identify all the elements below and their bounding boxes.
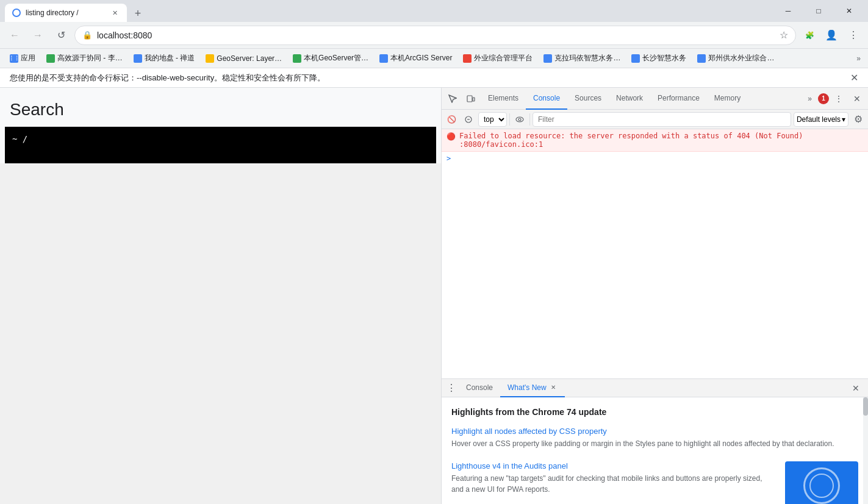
console-error-message: 🔴 Failed to load resource: the server re… [442,129,868,152]
toolbar-right-buttons: 🧩 👤 ⋮ [800,26,863,45]
bookmark-kelama[interactable]: 克拉玛依智慧水务… [539,52,625,65]
kelama-icon [543,54,552,63]
devtools-close-button[interactable]: ✕ [848,90,866,107]
bottom-tab-whatsnew[interactable]: What's New ✕ [500,379,565,397]
devtools-select-element-button[interactable] [444,90,461,107]
whatsnew-item-lighthouse: Lighthouse v4 in the Audits panel Featur… [451,461,858,504]
whatsnew-css-desc: Hover over a CSS property like padding o… [451,438,858,449]
bottom-tabs-more-button[interactable]: ⋮ [447,382,456,394]
scrollbar-thumb[interactable] [863,397,868,416]
tab-favicon [12,9,21,17]
arcgis-icon [379,54,388,63]
thumb-circle-outer [803,467,840,504]
bookmark-geoserver-local[interactable]: 本机GeoServer管… [288,52,373,65]
error-count-badge: 1 [818,93,829,104]
chrome-window: listing directory / ✕ + ─ □ ✕ ← → ↺ 🔒 lo… [0,0,868,504]
bookmarks-more-button[interactable]: » [854,53,863,64]
minimize-button[interactable]: ─ [774,1,802,21]
bottom-tab-console[interactable]: Console [459,379,500,397]
tab-console[interactable]: Console [526,88,567,110]
bottom-tab-close-button[interactable]: ✕ [549,383,558,392]
maximize-button[interactable]: □ [805,1,833,21]
close-button[interactable]: ✕ [835,1,863,21]
tab-network[interactable]: Network [609,88,650,110]
bottom-panel-close-button[interactable]: ✕ [848,381,863,396]
whatsnew-lighthouse-title: Lighthouse v4 in the Audits panel [451,461,775,470]
changsha-icon [631,54,640,63]
tab-sources[interactable]: Sources [567,88,609,110]
window-controls: ─ □ ✕ [774,1,863,21]
console-levels-dropdown[interactable]: Default levels ▾ [794,112,848,127]
bookmark-apps[interactable]: ⋮⋮ 应用 [5,52,40,65]
reload-button[interactable]: ↺ [51,26,71,45]
tab-elements[interactable]: Elements [481,88,526,110]
bookmark-gaoyuan[interactable]: 高效源于协同 - 李… [41,52,127,65]
whatsnew-css-text: Highlight all nodes affected by CSS prop… [451,427,858,449]
bookmark-apps-label: 应用 [21,53,35,63]
page-empty-area [0,163,441,504]
devtools-panel: Elements Console Sources Network Perform… [441,88,868,504]
back-button[interactable]: ← [5,26,24,45]
bookmark-arcgis[interactable]: 本机ArcGIS Server [375,52,457,65]
tab-title: listing directory / [26,9,105,17]
profile-button[interactable]: 👤 [822,26,841,45]
address-text: localhost:8080 [97,30,775,40]
waibu-icon [463,54,472,63]
extensions-button[interactable]: 🧩 [800,26,819,45]
bookmark-zhengzhou-label: 郑州供水外业综合… [708,53,774,63]
devtools-tabs: Elements Console Sources Network Perform… [481,88,817,110]
console-filter-toggle[interactable] [461,112,476,127]
warning-close-button[interactable]: ✕ [850,72,858,83]
address-bar[interactable]: 🔒 localhost:8080 ☆ [74,26,796,45]
menu-button[interactable]: ⋮ [844,26,863,45]
bookmark-waibu[interactable]: 外业综合管理平台 [458,52,537,65]
gaoyuan-icon [46,54,55,63]
console-filter-input[interactable] [533,112,791,127]
devtools-toolbar: Elements Console Sources Network Perform… [442,88,868,110]
bookmark-gaoyuan-label: 高效源于协同 - 李… [57,53,123,63]
bookmark-kelama-label: 克拉玛依智慧水务… [554,53,620,63]
whatsnew-lighthouse-desc: Featuring a new "tap targets" audit for … [451,473,775,495]
bookmark-wode[interactable]: 我的地盘 - 禅道 [129,52,200,65]
whatsnew-header: Highlights from the Chrome 74 update [451,407,858,417]
console-eye-button[interactable] [512,112,527,127]
bookmark-arcgis-label: 本机ArcGIS Server [390,53,452,63]
tab-close-button[interactable]: ✕ [110,8,120,18]
bookmark-zhengzhou[interactable]: 郑州供水外业综合… [692,52,779,65]
console-error-text: Failed to load resource: the server resp… [459,132,863,149]
devtools-more-tabs-button[interactable]: » [803,94,817,103]
bookmark-star-icon[interactable]: ☆ [780,29,788,41]
whatsnew-lighthouse-text: Lighthouse v4 in the Audits panel Featur… [451,461,775,504]
console-settings-button[interactable]: ⚙ [851,112,866,127]
error-icon: 🔴 [447,132,456,141]
whatsnew-thumbnail [785,461,858,504]
whatsnew-content: Highlights from the Chrome 74 update Hig… [442,397,868,504]
bookmark-waibu-label: 外业综合管理平台 [474,53,533,63]
bookmarks-bar: ⋮⋮ 应用 高效源于协同 - 李… 我的地盘 - 禅道 GeoServer: L… [0,49,868,68]
bookmark-wode-label: 我的地盘 - 禅道 [145,53,195,63]
whatsnew-item-css: Highlight all nodes affected by CSS prop… [451,427,858,449]
tab-performance[interactable]: Performance [650,88,707,110]
console-context-select[interactable]: top [478,112,507,127]
warning-banner: 您使用的是不受支持的命令行标记：--disable-web-security。稳… [0,68,868,88]
bookmark-geoserver-layer-label: GeoServer: Layer… [217,54,282,63]
devtools-device-toggle-button[interactable] [462,90,479,107]
lock-icon: 🔒 [82,30,92,40]
console-prompt-line: > [442,152,868,165]
tab-memory[interactable]: Memory [707,88,748,110]
scrollbar-track[interactable] [863,397,868,504]
console-toolbar: 🚫 top Default levels ▾ ⚙ [442,110,868,129]
devtools-settings-button[interactable]: ⋮ [830,90,847,107]
bottom-tabs-bar: ⋮ Console What's New ✕ ✕ [442,379,868,397]
forward-button[interactable]: → [28,26,48,45]
bookmark-geoserver-local-label: 本机GeoServer管… [304,53,368,63]
title-bar: listing directory / ✕ + ─ □ ✕ [0,0,868,22]
new-tab-button[interactable]: + [129,5,146,22]
active-tab[interactable]: listing directory / ✕ [5,4,127,22]
bookmark-geoserver-layer[interactable]: GeoServer: Layer… [201,53,287,64]
terminal-area: ~ / [5,127,436,163]
geoserver-local-icon [293,54,301,63]
bookmark-changsha[interactable]: 长沙智慧水务 [626,52,691,65]
svg-rect-1 [473,98,475,101]
console-clear-button[interactable]: 🚫 [444,112,459,127]
